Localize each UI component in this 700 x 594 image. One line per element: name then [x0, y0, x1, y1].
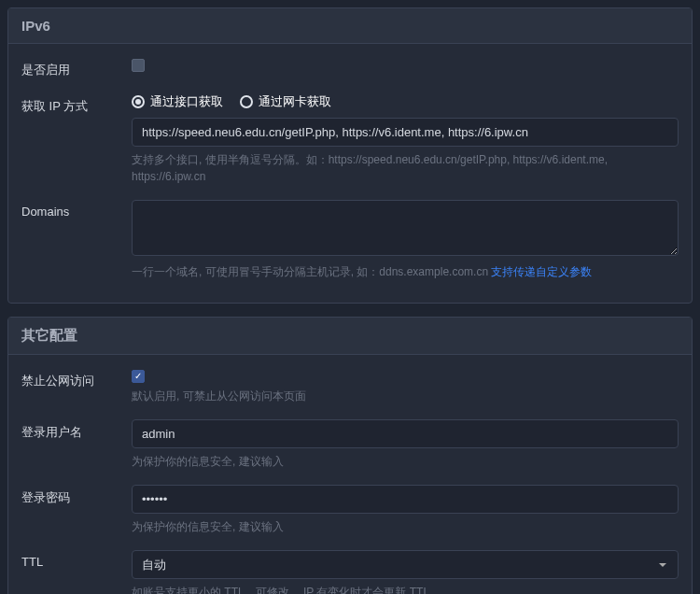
disable-public-field: 默认启用, 可禁止从公网访问本页面 [132, 368, 679, 404]
domains-help-text: 一行一个域名, 可使用冒号手动分隔主机记录, 如：ddns.example.co… [132, 265, 491, 278]
ttl-select[interactable]: 自动 [132, 550, 679, 579]
disable-public-help: 默认启用, 可禁止从公网访问本页面 [132, 388, 679, 404]
username-label: 登录用户名 [21, 419, 132, 441]
username-help: 为保护你的信息安全, 建议输入 [132, 453, 679, 470]
enable-row: 是否启用 [21, 57, 679, 78]
domains-help: 一行一个域名, 可使用冒号手动分隔主机记录, 如：ddns.example.co… [132, 263, 679, 280]
username-input[interactable] [132, 419, 679, 448]
ipv6-panel: IPv6 是否启用 获取 IP 方式 通过接口获取 通过网卡获取 [7, 7, 693, 304]
radio-netcard-label: 通过网卡获取 [259, 93, 331, 110]
disable-public-checkbox[interactable] [132, 370, 145, 383]
other-panel: 其它配置 禁止公网访问 默认启用, 可禁止从公网访问本页面 登录用户名 为保护你… [7, 317, 693, 594]
getip-label: 获取 IP 方式 [21, 93, 132, 115]
domains-label: Domains [21, 200, 132, 219]
ttl-field: 自动 如账号支持更小的 TTL，可修改。 IP 有变化时才会更新 TTL [132, 550, 679, 594]
getip-help: 支持多个接口, 使用半角逗号分隔。如：https://speed.neu6.ed… [132, 151, 679, 185]
password-label: 登录密码 [21, 485, 132, 506]
radio-netcard[interactable]: 通过网卡获取 [240, 93, 331, 110]
disable-public-row: 禁止公网访问 默认启用, 可禁止从公网访问本页面 [21, 368, 679, 404]
ipv6-panel-body: 是否启用 获取 IP 方式 通过接口获取 通过网卡获取 [8, 44, 692, 303]
ttl-label: TTL [21, 550, 132, 569]
other-panel-body: 禁止公网访问 默认启用, 可禁止从公网访问本页面 登录用户名 为保护你的信息安全… [8, 355, 692, 594]
getip-radio-group: 通过接口获取 通过网卡获取 [132, 93, 679, 110]
radio-dot-icon [132, 95, 145, 108]
getip-row: 获取 IP 方式 通过接口获取 通过网卡获取 支持多个接口, 使用半角逗号分隔。… [21, 93, 679, 185]
ttl-row: TTL 自动 如账号支持更小的 TTL，可修改。 IP 有变化时才会更新 TTL [21, 550, 679, 594]
enable-field [132, 57, 679, 72]
password-field: 为保护你的信息安全, 建议输入 [132, 485, 679, 535]
getip-url-input[interactable] [132, 118, 679, 147]
radio-dot-icon [240, 95, 253, 108]
domains-textarea[interactable] [132, 200, 679, 256]
ttl-help: 如账号支持更小的 TTL，可修改。 IP 有变化时才会更新 TTL [132, 584, 679, 594]
ipv6-panel-title: IPv6 [8, 8, 692, 44]
username-row: 登录用户名 为保护你的信息安全, 建议输入 [21, 419, 679, 470]
radio-interface-label: 通过接口获取 [150, 93, 223, 110]
domains-help-link[interactable]: 支持传递自定义参数 [491, 265, 592, 278]
enable-label: 是否启用 [21, 57, 132, 78]
password-input[interactable] [132, 485, 679, 514]
username-field: 为保护你的信息安全, 建议输入 [132, 419, 679, 470]
domains-field: 一行一个域名, 可使用冒号手动分隔主机记录, 如：ddns.example.co… [132, 200, 679, 280]
radio-interface[interactable]: 通过接口获取 [132, 93, 223, 110]
getip-field: 通过接口获取 通过网卡获取 支持多个接口, 使用半角逗号分隔。如：https:/… [132, 93, 679, 185]
password-row: 登录密码 为保护你的信息安全, 建议输入 [21, 485, 679, 535]
domains-row: Domains 一行一个域名, 可使用冒号手动分隔主机记录, 如：ddns.ex… [21, 200, 679, 280]
disable-public-label: 禁止公网访问 [21, 368, 132, 389]
enable-checkbox[interactable] [132, 59, 145, 72]
password-help: 为保护你的信息安全, 建议输入 [132, 518, 679, 535]
other-panel-title: 其它配置 [8, 318, 692, 355]
